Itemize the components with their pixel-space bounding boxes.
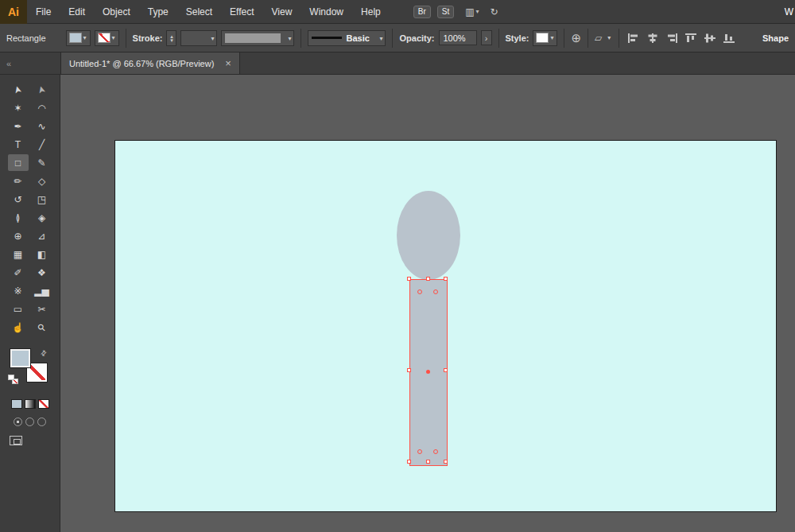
divider	[126, 29, 126, 48]
align-vertical-center-icon[interactable]	[702, 29, 717, 47]
default-fill-stroke-icon[interactable]	[8, 375, 18, 384]
selection-handle-middle-right[interactable]	[444, 368, 448, 372]
blend-icon: ❖	[37, 268, 46, 278]
menubar-item-3[interactable]: Type	[139, 6, 177, 17]
collapse-panel-icon[interactable]: «	[6, 59, 11, 68]
color-mode-button[interactable]	[11, 399, 22, 409]
selection-handle-bottom-right[interactable]	[444, 460, 448, 464]
selection-handle-top-right[interactable]	[444, 277, 448, 281]
fill-color-dropdown[interactable]: ▾	[66, 30, 91, 46]
selection-handle-top-left[interactable]	[407, 277, 411, 281]
scale-tool[interactable]: ◳	[32, 191, 52, 208]
stroke-weight-stepper[interactable]	[166, 30, 176, 46]
fill-swatch[interactable]	[10, 348, 31, 368]
align-vertical-top-icon[interactable]	[683, 29, 698, 47]
selection-tool[interactable]: ➤	[8, 81, 29, 98]
bridge-button[interactable]: Br	[413, 6, 431, 18]
free-transform-tool[interactable]: ◈	[32, 209, 52, 226]
menubar-item-4[interactable]: Select	[177, 6, 221, 17]
stock-button[interactable]: St	[437, 6, 454, 18]
shaper-tool[interactable]: ◇	[32, 173, 52, 189]
menubar-item-5[interactable]: Effect	[221, 6, 262, 17]
none-mode-button[interactable]	[38, 399, 49, 409]
brush-definition-dropdown[interactable]: Basic	[308, 30, 386, 46]
symbol-sprayer-tool[interactable]: ※	[8, 282, 29, 299]
corner-radius-widget-bottom-right[interactable]	[433, 449, 438, 454]
eyedropper-tool[interactable]: ✐	[8, 264, 29, 281]
shape-label: Shape	[762, 33, 789, 43]
gradient-icon: ◧	[37, 250, 46, 259]
corner-radius-widget-top-left[interactable]	[417, 289, 422, 294]
rotate-tool[interactable]: ↺	[8, 191, 29, 208]
shape-builder-tool[interactable]: ⊕	[8, 227, 29, 244]
type-icon: T	[15, 140, 21, 150]
menubar-item-2[interactable]: Object	[94, 6, 139, 17]
type-tool[interactable]: T	[8, 136, 29, 153]
menubar-item-7[interactable]: Window	[301, 6, 352, 17]
align-horizontal-center-icon[interactable]	[645, 29, 660, 47]
menubar-item-0[interactable]: File	[27, 6, 60, 17]
align-horizontal-left-icon[interactable]	[626, 29, 641, 47]
align-vertical-bottom-icon[interactable]	[721, 29, 736, 47]
chevron-down-icon[interactable]: ▾	[606, 34, 612, 41]
hand-tool[interactable]: ☝	[8, 319, 29, 336]
lasso-tool[interactable]: ◠	[32, 99, 52, 116]
screen-mode-button[interactable]	[10, 436, 22, 445]
graphic-style-dropdown[interactable]: ▾	[533, 30, 557, 46]
selection-handle-middle-left[interactable]	[407, 368, 411, 372]
zoom-tool[interactable]: ⚲	[32, 319, 52, 336]
free-transform-icon: ◈	[38, 213, 45, 223]
direct-selection-tool[interactable]: ➤	[32, 81, 52, 98]
align-horizontal-right-icon[interactable]	[664, 29, 679, 47]
menubar-item-1[interactable]: Edit	[60, 6, 94, 17]
menubar-item-6[interactable]: View	[263, 6, 301, 17]
spoon-handle-rectangle-selected[interactable]	[409, 279, 448, 466]
selection-handle-top-center[interactable]	[426, 277, 430, 281]
canvas[interactable]	[60, 75, 795, 532]
paintbrush-tool[interactable]: ✎	[32, 154, 52, 171]
opacity-panel-chevron-icon[interactable]: ›	[481, 30, 492, 45]
draw-behind-button[interactable]	[25, 417, 34, 426]
transform-options-icon[interactable]: ▱	[595, 33, 602, 43]
pencil-tool[interactable]: ✏	[8, 173, 29, 189]
pen-tool[interactable]: ✒	[8, 118, 29, 134]
rectangle-tool[interactable]: □	[8, 154, 29, 171]
selection-handle-bottom-left[interactable]	[407, 460, 411, 464]
line-segment-tool[interactable]: ╱	[32, 136, 52, 153]
blend-tool[interactable]: ❖	[32, 264, 52, 281]
swap-fill-stroke-icon[interactable]: ⇄	[38, 348, 48, 358]
menubar-item-8[interactable]: Help	[352, 6, 390, 17]
width-profile-preview-icon	[225, 33, 281, 43]
width-tool[interactable]: ≬	[8, 209, 29, 226]
opacity-input[interactable]: 100%	[439, 30, 477, 45]
column-graph-tool[interactable]: ▂▅	[32, 282, 52, 299]
draw-normal-button[interactable]	[14, 417, 22, 426]
perspective-grid-tool[interactable]: ⊿	[32, 227, 52, 244]
artboard-tool[interactable]: ▭	[8, 301, 29, 317]
symbol-sprayer-icon: ※	[14, 286, 21, 296]
arrange-documents-chevron-icon[interactable]: ▾	[476, 8, 479, 15]
gradient-tool[interactable]: ◧	[32, 246, 52, 262]
draw-inside-button[interactable]	[37, 417, 46, 426]
mesh-tool[interactable]: ▦	[8, 246, 29, 262]
slice-tool[interactable]: ✂	[32, 301, 52, 317]
stroke-color-dropdown[interactable]: ▾	[95, 30, 119, 46]
control-bar: Rectangle ▾ ▾ Stroke: Basic Opacity: 100…	[0, 24, 795, 52]
variable-width-profile-dropdown[interactable]	[221, 30, 294, 46]
curvature-tool[interactable]: ∿	[32, 118, 52, 134]
stroke-weight-dropdown[interactable]	[180, 30, 217, 46]
magic-wand-tool[interactable]: ✶	[8, 99, 29, 116]
sync-settings-icon[interactable]: ↻	[491, 6, 498, 17]
artboard[interactable]	[114, 140, 777, 512]
corner-radius-widget-bottom-left[interactable]	[417, 449, 422, 454]
gradient-mode-button[interactable]	[25, 399, 36, 409]
arrange-documents-icon[interactable]: ▥	[465, 6, 474, 17]
default-fill-mini-icon	[8, 375, 14, 380]
corner-radius-widget-top-right[interactable]	[433, 289, 438, 294]
close-tab-icon[interactable]: ×	[225, 58, 231, 68]
recolor-artwork-globe-icon[interactable]: ⊕	[571, 32, 581, 44]
document-tab[interactable]: Untitled-1* @ 66.67% (RGB/Preview) ×	[60, 52, 240, 74]
scale-icon: ◳	[37, 195, 46, 204]
spoon-bowl-ellipse[interactable]	[397, 191, 460, 280]
selection-handle-bottom-center[interactable]	[426, 460, 430, 464]
